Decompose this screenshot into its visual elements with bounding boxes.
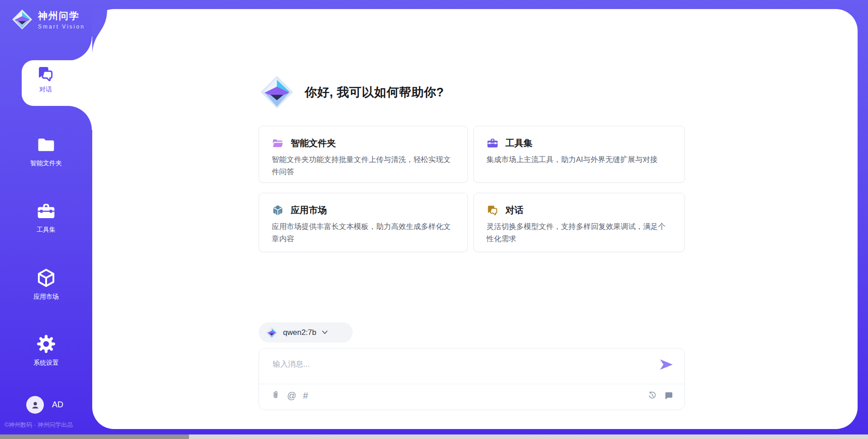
card-chat[interactable]: 对话 灵活切换多模型文件，支持多样回复效果调试，满足个性化需求 xyxy=(473,193,685,252)
greeting-title: 你好, 我可以如何帮助你? xyxy=(305,84,444,100)
sidebar-item-label: 系统设置 xyxy=(1,359,91,367)
model-name: qwen2:7b xyxy=(283,328,316,337)
sidebar-item-settings[interactable]: 系统设置 xyxy=(1,334,91,367)
app-logo: 神州问学 Smart Vision xyxy=(12,9,85,30)
sidebar-item-chat[interactable]: 对话 xyxy=(22,60,94,106)
sidebar-item-label: 工具集 xyxy=(1,226,91,234)
message-input[interactable] xyxy=(272,355,644,374)
greeting-row: 你好, 我可以如何帮助你? xyxy=(260,75,444,109)
copyright-note: ©神州数码 · 神州问学出品 xyxy=(5,421,73,429)
sidebar-item-label: 对话 xyxy=(22,86,70,94)
card-description: 灵活切换多模型文件，支持多样回复效果调试，满足个性化需求 xyxy=(486,220,672,244)
briefcase-icon xyxy=(486,137,499,149)
card-smart-folder[interactable]: 智能文件夹 智能文件夹功能支持批量文件上传与清洗，轻松实现文件问答 xyxy=(259,126,468,183)
folder-open-icon xyxy=(272,137,284,149)
sidebar-item-app-market[interactable]: 应用市场 xyxy=(1,267,91,301)
card-title: 应用市场 xyxy=(291,204,327,216)
model-gem-icon xyxy=(266,327,278,339)
sidebar-item-toolset[interactable]: 工具集 xyxy=(1,201,91,234)
folder-icon xyxy=(36,135,56,155)
history-icon[interactable] xyxy=(647,391,657,401)
card-description: 集成市场上主流工具，助力AI与外界无缝扩展与对接 xyxy=(486,153,672,166)
chevron-down-icon xyxy=(322,330,328,334)
gear-icon xyxy=(36,334,57,354)
user-initials: AD xyxy=(52,400,63,410)
horizontal-scrollbar-thumb[interactable] xyxy=(0,434,189,439)
send-icon[interactable] xyxy=(660,359,673,370)
chat-bubbles-icon xyxy=(486,204,499,216)
person-icon xyxy=(30,400,41,410)
sidebar-item-smart-folder[interactable]: 智能文件夹 xyxy=(1,135,91,167)
card-title: 工具集 xyxy=(505,137,533,149)
card-title: 智能文件夹 xyxy=(291,137,336,149)
tab-flare-top xyxy=(68,37,92,61)
chat-filled-icon xyxy=(664,391,674,401)
cube-grid-icon xyxy=(272,204,284,216)
chat-bubbles-icon xyxy=(37,65,55,83)
sidebar-item-label: 智能文件夹 xyxy=(1,159,91,167)
card-title: 对话 xyxy=(505,204,524,216)
model-selector[interactable]: qwen2:7b xyxy=(259,322,353,343)
card-description: 应用市场提供丰富长文本模板，助力高效生成多样化文章内容 xyxy=(272,220,455,244)
attach-file-icon[interactable] xyxy=(271,391,280,400)
card-app-market[interactable]: 应用市场 应用市场提供丰富长文本模板，助力高效生成多样化文章内容 xyxy=(259,193,468,252)
briefcase-icon xyxy=(36,201,56,221)
avatar xyxy=(26,396,44,414)
app-subtitle: Smart Vision xyxy=(38,24,85,30)
cube-icon xyxy=(36,267,57,288)
sidebar-item-label: 应用市场 xyxy=(1,293,91,301)
horizontal-scrollbar xyxy=(0,434,868,439)
card-description: 智能文件夹功能支持批量文件上传与清洗，轻松实现文件问答 xyxy=(272,153,455,177)
tab-flare-bottom xyxy=(68,105,92,130)
brand-gem-icon xyxy=(12,9,33,30)
mention-icon[interactable]: @ xyxy=(287,391,296,400)
assistant-gem-icon xyxy=(260,75,294,109)
card-toolset[interactable]: 工具集 集成市场上主流工具，助力AI与外界无缝扩展与对接 xyxy=(473,126,685,183)
app-title: 神州问学 xyxy=(38,10,85,22)
message-composer: @ # xyxy=(259,348,685,410)
main-area: 你好, 我可以如何帮助你? 智能文件夹 智能文件夹功能支持批量文件上传与清洗，轻… xyxy=(92,9,858,429)
feedback-chat-icon[interactable] xyxy=(664,391,674,401)
topic-icon[interactable]: # xyxy=(303,391,308,400)
composer-divider xyxy=(259,384,684,384)
user-profile[interactable]: AD xyxy=(26,396,63,414)
